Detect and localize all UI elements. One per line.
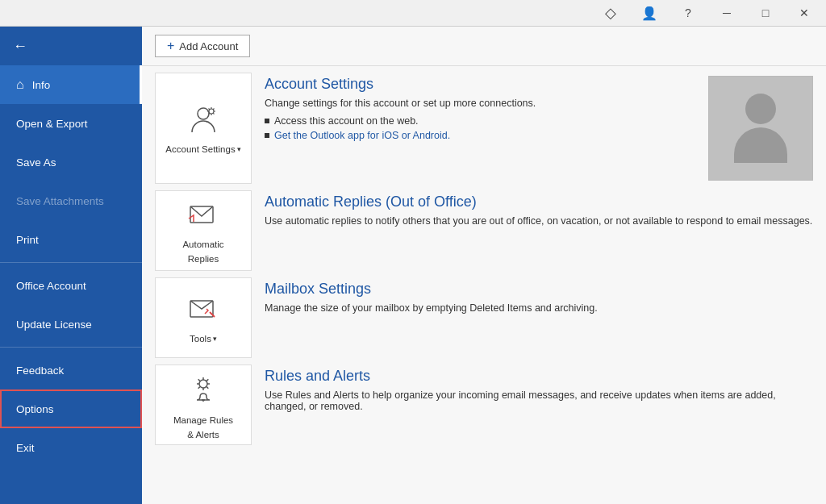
maximize-button[interactable]: □	[747, 0, 784, 26]
sidebar-item-label: Options	[16, 403, 54, 415]
sidebar-item-label: Save As	[16, 156, 56, 169]
account-settings-content: Account Settings Change settings for thi…	[265, 73, 813, 184]
rules-alerts-card: Manage Rules & Alerts Rules and Alerts U…	[155, 364, 813, 445]
svg-line-12	[210, 312, 215, 317]
bullet-item-1: Access this account on the web.	[265, 115, 536, 127]
sidebar-divider-2	[0, 347, 142, 348]
svg-line-19	[206, 386, 208, 388]
sidebar-item-info[interactable]: ⌂ Info	[0, 65, 142, 104]
sidebar-item-label: Update License	[16, 319, 92, 331]
mailbox-settings-card: Tools ▾ Mailbox Settings Manage the size…	[155, 277, 813, 358]
svg-line-21	[198, 386, 200, 388]
svg-line-6	[209, 108, 210, 109]
automatic-replies-label: Automatic	[182, 240, 223, 249]
account-settings-text: Account Settings Change settings for thi…	[265, 76, 536, 144]
account-settings-card-label: Account Settings ▾	[165, 144, 240, 154]
bullet-square-1	[265, 119, 269, 123]
rules-alerts-icon-box[interactable]: Manage Rules & Alerts	[155, 364, 252, 445]
avatar-box	[708, 76, 813, 181]
sidebar-item-save-attachments: Save Attachments	[0, 181, 142, 220]
bullet-item-2[interactable]: Get the Outlook app for iOS or Android.	[265, 130, 536, 141]
account-settings-title: Account Settings	[265, 76, 536, 93]
sidebar-item-label: Exit	[16, 442, 35, 454]
add-account-label: Add Account	[179, 40, 238, 52]
account-settings-icon	[187, 103, 219, 140]
rules-alerts-title: Rules and Alerts	[265, 368, 813, 385]
automatic-replies-card: Automatic Replies Automatic Replies (Out…	[155, 190, 813, 271]
automatic-replies-icon	[187, 198, 219, 235]
rules-alerts-label2: & Alerts	[187, 430, 219, 439]
mailbox-tools-label: Tools ▾	[190, 334, 217, 344]
sidebar-item-save-as[interactable]: Save As	[0, 143, 142, 181]
sidebar-item-options[interactable]: Options	[0, 389, 142, 428]
home-icon: ⌂	[16, 77, 24, 92]
sidebar-item-update-license[interactable]: Update License	[0, 305, 142, 344]
rules-alerts-desc: Use Rules and Alerts to help organize yo…	[265, 389, 813, 412]
chevron-down-icon: ▾	[237, 145, 241, 153]
sidebar-item-label: Office Account	[16, 280, 86, 292]
sidebar-back-button[interactable]: ←	[0, 27, 142, 65]
svg-line-18	[198, 379, 200, 381]
help-icon[interactable]: ?	[670, 0, 707, 26]
sidebar-item-open-export[interactable]: Open & Export	[0, 104, 142, 143]
sidebar-item-label: Info	[32, 79, 51, 91]
automatic-replies-label2: Replies	[188, 254, 219, 264]
toolbar: + Add Account	[142, 27, 826, 66]
svg-point-0	[198, 108, 209, 119]
outlook-app-link[interactable]: Get the Outlook app for iOS or Android.	[274, 130, 450, 141]
svg-line-8	[213, 108, 214, 109]
avatar-head	[745, 94, 776, 124]
tools-chevron-icon: ▾	[213, 335, 217, 343]
account-settings-card: Account Settings ▾ Account Settings Chan…	[155, 73, 813, 184]
main-scroll-area[interactable]: Account Settings ▾ Account Settings Chan…	[142, 66, 826, 504]
content-area: + Add Account	[142, 27, 826, 504]
sidebar: ← ⌂ Info Open & Export Save As Save Atta…	[0, 27, 142, 504]
sidebar-item-office-account[interactable]: Office Account	[0, 266, 142, 305]
app-body: ← ⌂ Info Open & Export Save As Save Atta…	[0, 26, 826, 504]
account-settings-icon-box[interactable]: Account Settings ▾	[155, 73, 252, 184]
sidebar-item-label: Print	[16, 234, 39, 246]
bullet-square-2	[265, 133, 269, 138]
automatic-replies-desc: Use automatic replies to notify others t…	[265, 215, 813, 227]
automatic-replies-content: Automatic Replies (Out of Office) Use au…	[265, 190, 813, 271]
sidebar-item-exit[interactable]: Exit	[0, 428, 142, 467]
rules-alerts-label: Manage Rules	[173, 415, 233, 425]
sidebar-item-label: Feedback	[16, 364, 64, 377]
title-bar-icons: ◇ 👤 ? ─ □ ✕	[592, 0, 823, 26]
sidebar-item-feedback[interactable]: Feedback	[0, 351, 142, 389]
rules-alerts-icon	[187, 371, 219, 410]
svg-line-20	[206, 379, 208, 381]
mailbox-settings-icon-box[interactable]: Tools ▾	[155, 277, 252, 358]
diamond-icon[interactable]: ◇	[592, 0, 629, 26]
account-settings-desc: Change settings for this account or set …	[265, 98, 536, 109]
mailbox-settings-title: Mailbox Settings	[265, 281, 813, 298]
account-settings-row: Account Settings Change settings for thi…	[265, 76, 813, 181]
sidebar-item-label: Open & Export	[16, 118, 88, 130]
mailbox-settings-icon	[187, 293, 219, 329]
avatar-figure	[734, 94, 787, 163]
sidebar-divider-1	[0, 262, 142, 263]
automatic-replies-icon-box[interactable]: Automatic Replies	[155, 190, 252, 271]
plus-icon: +	[167, 39, 174, 53]
sidebar-item-label: Save Attachments	[16, 195, 104, 207]
back-icon: ←	[13, 38, 27, 55]
close-button[interactable]: ✕	[786, 0, 823, 26]
svg-point-13	[199, 380, 207, 388]
automatic-replies-title: Automatic Replies (Out of Office)	[265, 194, 813, 210]
add-account-button[interactable]: + Add Account	[155, 35, 250, 57]
bullet-text-1: Access this account on the web.	[274, 115, 419, 127]
avatar-body	[734, 127, 787, 163]
mailbox-settings-content: Mailbox Settings Manage the size of your…	[265, 277, 813, 358]
title-bar: ◇ 👤 ? ─ □ ✕	[0, 0, 826, 26]
mailbox-settings-desc: Manage the size of your mailbox by empty…	[265, 302, 813, 314]
svg-line-7	[213, 113, 214, 114]
items-list: Account Settings ▾ Account Settings Chan…	[142, 66, 826, 458]
sidebar-item-print[interactable]: Print	[0, 220, 142, 259]
person-icon[interactable]: 👤	[631, 0, 668, 26]
minimize-button[interactable]: ─	[708, 0, 745, 26]
rules-alerts-content: Rules and Alerts Use Rules and Alerts to…	[265, 364, 813, 445]
